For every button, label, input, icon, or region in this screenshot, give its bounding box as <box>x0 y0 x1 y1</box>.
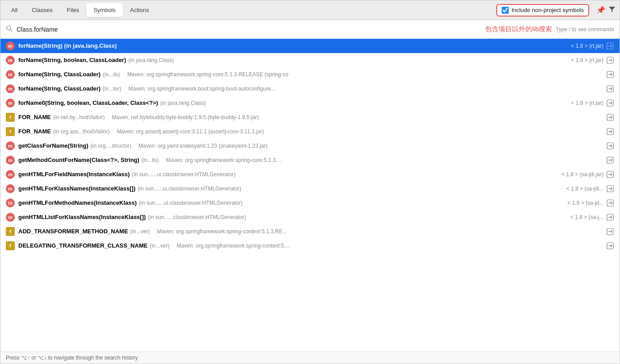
result-maven: Maven: org.springframework.boot:spring-b… <box>129 86 276 92</box>
result-maven: Maven: org.springframework:spring-core:5… <box>127 71 289 78</box>
search-input[interactable] <box>17 26 485 33</box>
list-item[interactable]: fFOR_NAME (in net.by...hodVisitor)Maven:… <box>0 110 620 124</box>
result-context: (in sun......ui.classbrowser.HTMLGenerat… <box>138 186 241 192</box>
result-maven: Maven: org.springframework:spring-contex… <box>176 243 290 249</box>
include-non-project-checkbox[interactable] <box>502 7 509 14</box>
navigate-icon <box>606 113 614 121</box>
result-context: (in...ver) <box>150 243 169 249</box>
footer-text: Press ⌥↑ or ⌥↓ to navigate through the s… <box>6 355 138 361</box>
method-icon: m <box>6 156 15 165</box>
navigate-icon <box>606 185 614 193</box>
navigate-icon <box>606 170 614 178</box>
field-icon: f <box>6 113 15 122</box>
list-item[interactable]: mgetMethodCountForName(Class<?>, String)… <box>0 153 620 167</box>
result-name: genHTMLForFieldNames(InstanceKlass) <box>18 171 130 178</box>
result-name: ADD_TRANSFORMER_METHOD_NAME <box>18 228 128 235</box>
list-item[interactable]: mforName(String, boolean, ClassLoader) (… <box>0 53 620 67</box>
list-item[interactable]: fFOR_NAME (in org.ass...thodVisitor)Mave… <box>0 124 620 139</box>
list-item[interactable]: mforName0(String, boolean, ClassLoader, … <box>0 96 620 110</box>
list-item[interactable]: mforName(String, ClassLoader) (in...ter)… <box>0 82 620 96</box>
result-maven: Maven: org.yaml:snakeyaml:1.23 (snakeyam… <box>138 143 268 149</box>
method-icon: m <box>6 141 15 150</box>
result-name: forName(String, ClassLoader) <box>18 71 101 78</box>
result-name: forName(String) (in java.lang.Class) <box>18 42 117 49</box>
result-context: (in java.lang.Class) <box>160 100 206 106</box>
search-bar: 包含项目以外的lib搜索 Type / to see commands <box>0 20 620 39</box>
method-icon: m <box>6 199 15 207</box>
list-item[interactable]: mgenHTMLForFieldNames(InstanceKlass) (in… <box>0 167 620 182</box>
list-item[interactable]: mgenHTMLForMethodNames(InstanceKlass) (i… <box>0 196 620 210</box>
list-item[interactable]: mgenHTMLListForKlassNames(InstanceKlass[… <box>0 210 620 224</box>
result-version: < 1.8 > (sa-jdi... <box>561 186 603 192</box>
footer: Press ⌥↑ or ⌥↓ to navigate through the s… <box>0 352 620 364</box>
result-name: genHTMLListForKlassNames(InstanceKlass[]… <box>18 214 146 220</box>
tab-classes[interactable]: Classes <box>25 3 59 17</box>
list-item[interactable]: mgetClassForName(String) (in org....stru… <box>0 139 620 153</box>
list-item[interactable]: fDELEGATING_TRANSFORMER_CLASS_NAME (in..… <box>0 239 620 253</box>
result-version: < 1.8 > (rt.jar) <box>566 43 603 49</box>
method-icon: m <box>6 84 15 93</box>
method-icon: m <box>6 99 15 108</box>
navigate-icon <box>606 242 614 250</box>
list-item[interactable]: fADD_TRANSFORMER_METHOD_NAME (in...ver)M… <box>0 224 620 239</box>
result-maven: Maven: net.bytebuddy:byte-buddy:1.9.5 (b… <box>112 114 259 120</box>
result-maven: Maven: org.springframework:spring-contex… <box>157 228 287 235</box>
result-name: FOR_NAME <box>18 114 51 120</box>
navigate-icon <box>606 99 614 107</box>
navigate-icon <box>606 56 614 64</box>
navigate-icon <box>606 70 614 79</box>
svg-line-2 <box>10 29 12 31</box>
result-name: genHTMLForMethodNames(InstanceKlass) <box>18 199 137 206</box>
results-list: mforName(String) (in java.lang.Class)< 1… <box>0 39 620 352</box>
tab-bar: All Classes Files Symbols Actions Includ… <box>0 0 620 20</box>
result-version: < 1.8 > (sa-jdi.jar) <box>556 171 603 178</box>
method-icon: m <box>6 70 15 79</box>
result-version: < 1.8 > (sa-j... <box>565 214 603 220</box>
navigate-icon <box>606 156 614 164</box>
tab-symbols[interactable]: Symbols <box>86 3 123 17</box>
result-name: forName(String, boolean, ClassLoader) <box>18 57 126 63</box>
result-context: (in org....structor) <box>91 143 131 149</box>
list-item[interactable]: mgenHTMLForKlassNames(InstanceKlass[]) (… <box>0 182 620 196</box>
tab-actions[interactable]: Actions <box>123 3 156 17</box>
method-icon: m <box>6 41 15 50</box>
result-name: DELEGATING_TRANSFORMER_CLASS_NAME <box>18 242 147 249</box>
method-icon: m <box>6 213 15 222</box>
navigate-icon <box>606 42 614 50</box>
result-maven: Maven: org.assertj:assertj-core:3.11.1 (… <box>117 128 264 135</box>
chinese-annotation: 包含项目以外的lib搜索 <box>485 25 552 33</box>
navigate-icon <box>606 213 614 221</box>
result-name: forName(String, ClassLoader) <box>18 85 101 92</box>
result-version: < 1.8 > (rt.jar) <box>566 100 603 106</box>
navigate-icon <box>606 142 614 150</box>
pin-icon[interactable]: 📌 <box>596 6 605 14</box>
result-context: (in org.ass...thodVisitor) <box>53 128 110 135</box>
field-icon: f <box>6 227 15 236</box>
navigate-icon <box>606 85 614 93</box>
result-maven: Maven: org.springframework:spring-core:5… <box>166 157 282 163</box>
method-icon: m <box>6 170 15 179</box>
search-icon <box>6 25 13 33</box>
tab-all[interactable]: All <box>4 3 25 17</box>
method-icon: m <box>6 56 15 65</box>
list-item[interactable]: mforName(String) (in java.lang.Class)< 1… <box>0 39 620 53</box>
result-context: (in net.by...hodVisitor) <box>53 114 105 120</box>
navigate-icon <box>606 128 614 136</box>
field-icon: f <box>6 127 15 136</box>
result-version: < 1.8 > (rt.jar) <box>566 57 603 63</box>
result-version: < 1.8 > (sa-jd... <box>562 200 603 206</box>
result-context: (in sun......classbrowser.HTMLGenerator) <box>148 214 246 220</box>
type-hint: Type / to see commands <box>556 26 614 33</box>
list-item[interactable]: mforName(String, ClassLoader) (in...ils)… <box>0 67 620 82</box>
result-name: FOR_NAME <box>18 128 51 135</box>
result-name: genHTMLForKlassNames(InstanceKlass[]) <box>18 185 135 192</box>
navigate-icon <box>606 199 614 207</box>
svg-marker-0 <box>609 7 615 12</box>
result-context: (in...ter) <box>103 86 121 92</box>
result-context: (in...ver) <box>130 228 150 235</box>
result-context: (in...ils) <box>142 157 159 163</box>
filter-icon[interactable] <box>608 5 616 15</box>
method-icon: m <box>6 184 15 193</box>
result-context: (in...ils) <box>103 71 120 78</box>
tab-files[interactable]: Files <box>60 3 86 17</box>
